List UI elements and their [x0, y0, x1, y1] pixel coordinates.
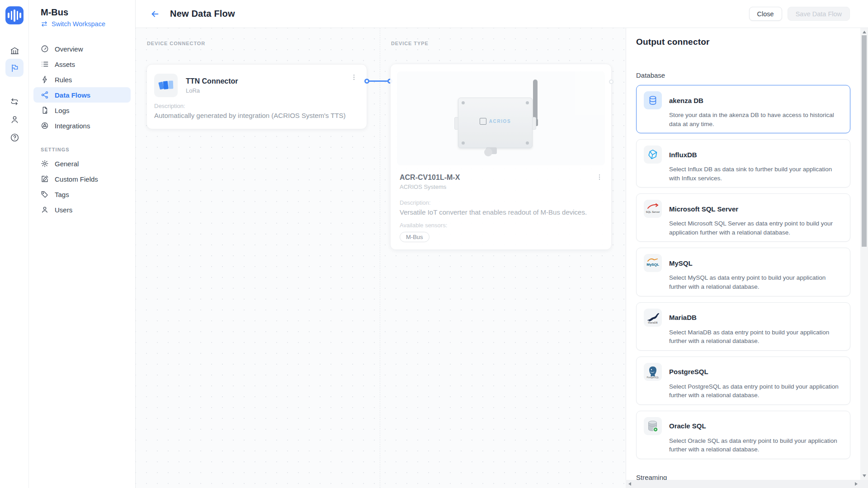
device-brand-text: ACRIOS [489, 119, 511, 124]
swap-icon [41, 20, 48, 28]
svg-text:MySQL: MySQL [646, 263, 659, 267]
kebab-menu-icon[interactable] [596, 174, 603, 181]
influxdb-icon [644, 145, 662, 164]
close-button[interactable]: Close [749, 7, 782, 21]
sidebar-item-general[interactable]: General [33, 156, 131, 171]
sidebar-item-rules[interactable]: Rules [33, 72, 131, 87]
available-sensors-label: Available sensors: [400, 222, 602, 229]
svg-text:MariaDB: MariaDB [648, 321, 658, 324]
output-option-akenza-db[interactable]: akenza DB Store your data in the akenza … [636, 85, 850, 133]
tag-icon [41, 190, 49, 198]
sidebar-item-assets[interactable]: Assets [33, 56, 131, 72]
sensor-tag: M-Bus [400, 232, 429, 242]
svg-text:SQL Server: SQL Server [646, 211, 660, 213]
connector-subtitle: LoRa [186, 87, 238, 94]
sidebar-item-data-flows[interactable]: Data Flows [33, 87, 131, 103]
device-connector-column-label: DEVICE CONNECTOR [147, 41, 205, 46]
back-arrow-icon[interactable] [150, 9, 160, 19]
connector-description: Automatically generated by integration (… [154, 112, 358, 119]
sidebar-item-logs[interactable]: Logs [33, 103, 131, 118]
sidebar-settings-nav: General Custom Fields Tags Users [29, 156, 135, 217]
person-icon [41, 206, 49, 214]
connector-title: TTN Connector [186, 77, 238, 85]
akenza-logo[interactable] [5, 6, 24, 24]
panel-title: Output connector [636, 37, 850, 47]
connection-port-out[interactable] [364, 79, 369, 84]
device-description-label: Description: [400, 199, 602, 206]
connector-description-label: Description: [154, 103, 358, 109]
output-option-oracle-sql[interactable]: Oracle SQL Select Oracle SQL as data ent… [636, 411, 850, 459]
output-option-mysql[interactable]: MySQL MySQL Select MySQL as data entry p… [636, 248, 850, 296]
device-type-vendor: ACRIOS Systems [400, 183, 602, 190]
vertical-scrollbar[interactable] [860, 28, 868, 480]
save-data-flow-button: Save Data Flow [788, 7, 850, 21]
svg-text:PostgreSQL: PostgreSQL [646, 376, 659, 379]
mariadb-icon: MariaDB [644, 309, 662, 327]
sidebar-nav: Overview Assets Rules Data Flows Logs In… [29, 41, 135, 133]
help-icon[interactable] [5, 128, 24, 146]
scroll-left-arrow[interactable] [628, 482, 631, 486]
ttn-connector-icon [154, 74, 178, 97]
device-photo: ACRIOS [397, 71, 605, 165]
list-icon [41, 60, 49, 68]
organization-icon[interactable] [5, 42, 24, 60]
device-type-card[interactable]: ACRIOS ACR-CV101L-M-X ACRIOS Systems Des… [390, 64, 612, 250]
oracle-sql-icon [644, 417, 662, 435]
settings-section-label: SETTINGS [41, 147, 135, 152]
output-connector-panel: Output connector Database akenza DB Stor… [626, 28, 860, 480]
edit-square-icon [41, 175, 49, 183]
sidebar-item-users[interactable]: Users [33, 202, 131, 217]
database-section-label: Database [636, 71, 850, 79]
share-network-icon [41, 91, 49, 99]
gauge-icon [41, 45, 49, 53]
sidebar-item-custom-fields[interactable]: Custom Fields [33, 171, 131, 187]
device-connector-card[interactable]: TTN Connector LoRa Description: Automati… [146, 64, 367, 129]
device-type-column-label: DEVICE TYPE [391, 41, 429, 46]
device-description: Versatile IoT converter that enables rea… [400, 208, 602, 216]
output-option-mariadb[interactable]: MariaDB MariaDB Select MariaDB as data e… [636, 302, 850, 351]
akenza-database-icon [644, 91, 662, 109]
changelog-icon[interactable] [5, 93, 24, 111]
flow-canvas[interactable]: DEVICE CONNECTOR DEVICE TYPE TTN Connect… [136, 28, 626, 488]
lightning-icon [41, 75, 49, 84]
acrios-logo-mark [480, 118, 486, 125]
mysql-icon: MySQL [644, 254, 662, 272]
icon-rail [0, 0, 29, 488]
sidebar-item-integrations[interactable]: Integrations [33, 118, 131, 133]
postgresql-icon: PostgreSQL [644, 363, 662, 381]
page-title: New Data Flow [170, 9, 235, 19]
device-type-title: ACR-CV101L-M-X [400, 174, 602, 182]
account-icon[interactable] [5, 110, 24, 128]
workspace-flag-icon[interactable] [5, 59, 24, 77]
mssql-icon: SQL Server [644, 200, 662, 218]
gear-icon [41, 160, 49, 168]
switch-workspace-link[interactable]: Switch Workspace [41, 20, 135, 28]
webhook-icon [41, 122, 49, 130]
top-bar: New Data Flow Close Save Data Flow [136, 0, 868, 28]
streaming-section-label: Streaming [636, 474, 850, 480]
scroll-up-arrow[interactable] [863, 31, 866, 33]
vertical-scrollbar-thumb[interactable] [862, 35, 867, 247]
sidebar-item-overview[interactable]: Overview [33, 41, 131, 56]
sidebar-item-tags[interactable]: Tags [33, 187, 131, 202]
scroll-right-arrow[interactable] [855, 482, 858, 486]
workspace-name: M-Bus [41, 7, 135, 18]
document-icon [41, 106, 49, 114]
kebab-menu-icon[interactable] [350, 74, 358, 81]
output-option-postgresql[interactable]: PostgreSQL PostgreSQL Select PostgreSQL … [636, 357, 850, 405]
column-divider [380, 28, 380, 488]
output-option-mssql[interactable]: SQL Server Microsoft SQL Server Select M… [636, 193, 850, 242]
horizontal-scrollbar[interactable] [626, 480, 868, 488]
output-option-influxdb[interactable]: InfluxDB Select Influx DB as data sink t… [636, 139, 850, 188]
scroll-down-arrow[interactable] [863, 474, 866, 477]
sidebar: M-Bus Switch Workspace Overview Assets R… [29, 0, 136, 488]
